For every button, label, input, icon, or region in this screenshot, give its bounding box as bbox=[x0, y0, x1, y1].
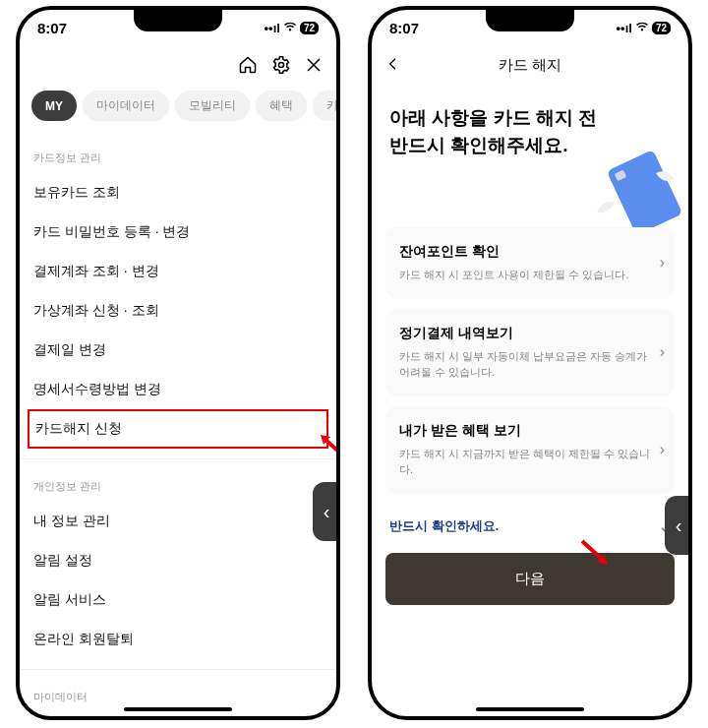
tab-mobility[interactable]: 모빌리티 bbox=[175, 91, 250, 121]
section-header-cardinfo: 카드정보 관리 bbox=[20, 133, 336, 173]
tab-card[interactable]: 카드 ⌄ bbox=[313, 91, 336, 121]
signal-icon: ••ıl bbox=[617, 21, 632, 35]
tab-bar: MY 마이데이터 모빌리티 혜택 카드 ⌄ bbox=[20, 85, 336, 133]
menu-owned-cards[interactable]: 보유카드 조회 bbox=[20, 173, 336, 212]
tab-my[interactable]: MY bbox=[31, 91, 77, 121]
tab-mydata[interactable]: 마이데이터 bbox=[83, 91, 169, 121]
option-desc: 카드 해지 시 지금까지 받은 혜택이 제한될 수 있습니다. bbox=[399, 446, 661, 478]
menu-notification-service[interactable]: 알림 서비스 bbox=[20, 580, 336, 620]
wifi-icon bbox=[635, 21, 649, 35]
option-desc: 카드 해지 시 포인트 사용이 제한될 수 있습니다. bbox=[399, 267, 661, 283]
tab-card-label: 카드 bbox=[326, 97, 336, 114]
chevron-left-icon: ‹ bbox=[324, 501, 330, 523]
option-points[interactable]: 잔여포인트 확인 카드 해지 시 포인트 사용이 제한될 수 있습니다. › bbox=[385, 227, 675, 299]
home-icon[interactable] bbox=[238, 55, 258, 75]
wifi-icon bbox=[283, 21, 297, 35]
menu-card-pin[interactable]: 카드 비밀번호 등록 · 변경 bbox=[20, 212, 336, 252]
menu-withdraw[interactable]: 온라인 회원탈퇴 bbox=[20, 620, 336, 659]
close-icon[interactable] bbox=[305, 56, 323, 74]
menu-virtual-account[interactable]: 가상계좌 신청 · 조회 bbox=[20, 291, 336, 331]
headline-line1: 아래 사항을 카드 해지 전 bbox=[389, 104, 671, 132]
divider bbox=[20, 669, 336, 670]
menu-payment-date[interactable]: 결제일 변경 bbox=[20, 331, 336, 370]
phone-left: 8:07 ••ıl 72 MY 마이데이터 모빌리티 혜택 카드 ⌄ 카드정보 … bbox=[16, 6, 340, 720]
menu-asset-manager[interactable]: 자산매니저 bbox=[20, 712, 336, 720]
option-desc: 카드 해지 시 일부 자동이체 납부요금은 자동 승계가 어려울 수 있습니다. bbox=[399, 348, 661, 381]
title-bar: 카드 해지 bbox=[372, 45, 688, 85]
notch bbox=[134, 10, 222, 31]
notch bbox=[486, 10, 574, 31]
menu-my-info[interactable]: 내 정보 관리 bbox=[20, 502, 336, 541]
clock: 8:07 bbox=[389, 20, 419, 36]
signal-icon: ••ıl bbox=[265, 21, 280, 35]
home-indicator[interactable] bbox=[476, 707, 584, 711]
svg-rect-1 bbox=[607, 150, 682, 232]
battery-icon: 72 bbox=[652, 22, 671, 34]
chevron-right-icon: › bbox=[660, 441, 665, 458]
chevron-right-icon: › bbox=[660, 254, 665, 272]
option-title: 정기결제 내역보기 bbox=[399, 325, 661, 342]
next-button-label: 다음 bbox=[515, 570, 545, 586]
top-action-bar bbox=[20, 45, 336, 85]
side-drawer-handle[interactable]: ‹ bbox=[313, 482, 340, 541]
highlight-card-cancel: 카드해지 신청 bbox=[28, 409, 328, 449]
credit-card-illustration bbox=[589, 144, 682, 232]
phone-right: 8:07 ••ıl 72 카드 해지 아래 사항을 카드 해지 전 반드시 확인… bbox=[368, 6, 692, 720]
divider bbox=[20, 458, 336, 459]
option-title: 내가 받은 혜택 보기 bbox=[399, 422, 661, 440]
tab-benefit[interactable]: 혜택 bbox=[256, 91, 307, 121]
page-title: 카드 해지 bbox=[499, 56, 561, 75]
next-button[interactable]: 다음 bbox=[385, 553, 675, 605]
menu-payment-account[interactable]: 결제계좌 조회 · 변경 bbox=[20, 252, 336, 291]
options-list: 잔여포인트 확인 카드 해지 시 포인트 사용이 제한될 수 있습니다. › 정… bbox=[372, 227, 688, 494]
battery-icon: 72 bbox=[300, 22, 319, 34]
home-indicator[interactable] bbox=[124, 707, 232, 711]
chevron-left-icon: ‹ bbox=[676, 515, 682, 537]
clock: 8:07 bbox=[37, 20, 67, 36]
option-benefits[interactable]: 내가 받은 혜택 보기 카드 해지 시 지금까지 받은 혜택이 제한될 수 있습… bbox=[385, 406, 675, 494]
gear-icon[interactable] bbox=[271, 55, 291, 75]
annotation-arrow-icon bbox=[578, 537, 612, 567]
option-title: 잔여포인트 확인 bbox=[399, 243, 661, 261]
back-icon[interactable] bbox=[385, 54, 401, 77]
option-recurring[interactable]: 정기결제 내역보기 카드 해지 시 일부 자동이체 납부요금은 자동 승계가 어… bbox=[385, 309, 675, 396]
menu-card-cancel[interactable]: 카드해지 신청 bbox=[30, 411, 326, 447]
annotation-arrow-icon bbox=[317, 433, 340, 462]
menu-notification-settings[interactable]: 알림 설정 bbox=[20, 541, 336, 580]
section-header-personal: 개인정보 관리 bbox=[20, 461, 336, 502]
section-header-mydata: 마이데이터 bbox=[20, 672, 336, 712]
side-drawer-handle[interactable]: ‹ bbox=[665, 496, 692, 555]
status-icons: ••ıl 72 bbox=[617, 21, 671, 35]
confirm-label: 반드시 확인하세요. bbox=[389, 517, 499, 535]
confirm-accordion[interactable]: 반드시 확인하세요. ⌄ bbox=[372, 504, 688, 549]
svg-point-0 bbox=[279, 63, 284, 68]
menu-statement[interactable]: 명세서수령방법 변경 bbox=[20, 370, 336, 409]
chevron-right-icon: › bbox=[660, 343, 665, 361]
status-icons: ••ıl 72 bbox=[265, 21, 319, 35]
